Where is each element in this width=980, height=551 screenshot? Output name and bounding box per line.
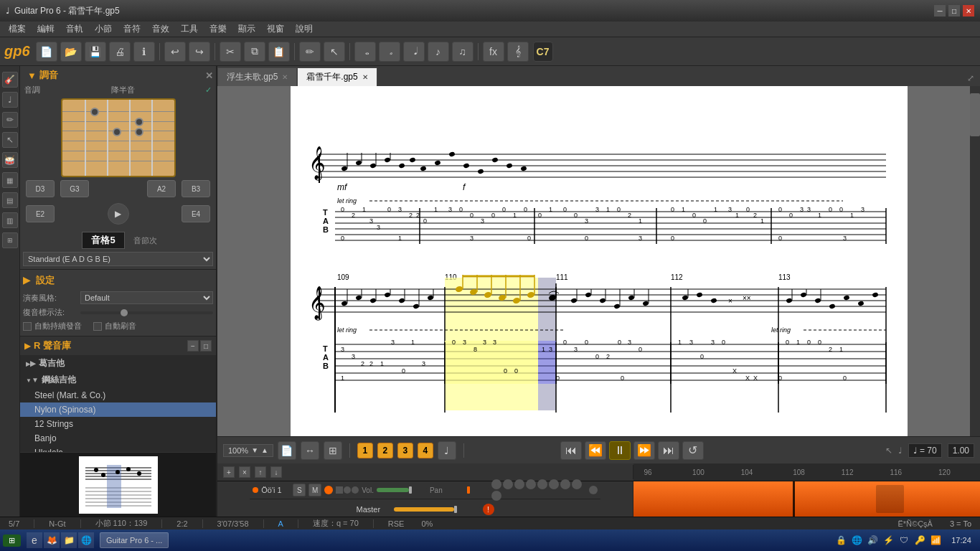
redo-button[interactable]: ↪ xyxy=(189,42,210,62)
track-vis-btn[interactable] xyxy=(324,486,333,494)
view-scroll-btn[interactable]: ↔ xyxy=(301,441,319,460)
taskbar-ie2-icon[interactable]: 🌐 xyxy=(78,532,94,548)
track-dot-2[interactable] xyxy=(344,486,351,494)
peg-a2[interactable]: A2 xyxy=(147,180,176,197)
tree-item-12str[interactable]: 12 Strings xyxy=(20,417,216,431)
note-btn-2[interactable]: 𝅗 xyxy=(379,42,400,62)
grid-icon-3[interactable]: ▥ xyxy=(2,212,18,228)
tuning-select[interactable]: Standard (E A D G B E) xyxy=(23,252,213,266)
peg-g3[interactable]: G3 xyxy=(60,180,89,197)
tray-icon-4[interactable]: ⚡ xyxy=(882,534,894,546)
move-up-btn[interactable]: ↑ xyxy=(255,466,266,478)
note-btn-4[interactable]: ♪ xyxy=(428,42,449,62)
print-button[interactable]: 🖨 xyxy=(109,42,131,62)
save-file-button[interactable]: 💾 xyxy=(85,42,106,62)
tuner-close-btn[interactable]: ✕ xyxy=(205,70,213,81)
paste-button[interactable]: 📋 xyxy=(268,42,290,62)
tray-icon-1[interactable]: 🔒 xyxy=(835,534,847,546)
playback-begin-btn[interactable]: ⏮ xyxy=(560,441,582,460)
tray-icon-5[interactable]: 🛡 xyxy=(898,534,910,546)
move-down-btn[interactable]: ↓ xyxy=(270,466,282,478)
tree-item-guitar2[interactable]: ▼ 鋼絲吉他 xyxy=(20,372,216,388)
menu-edit[interactable]: 編輯 xyxy=(32,22,60,37)
tray-icon-2[interactable]: 🌐 xyxy=(851,534,862,546)
tree-item-guitar1[interactable]: ▶ 葛吉他 xyxy=(20,355,216,372)
peg-b3[interactable]: B3 xyxy=(182,180,210,197)
drum-icon[interactable]: 🥁 xyxy=(2,152,18,168)
menu-measure[interactable]: 小節 xyxy=(89,22,118,37)
effect-dot-6[interactable] xyxy=(549,479,559,489)
info-button[interactable]: ℹ xyxy=(133,42,155,62)
taskbar-folder-icon[interactable]: 📁 xyxy=(61,532,77,548)
track-dot-1[interactable] xyxy=(336,486,343,494)
open-file-button[interactable]: 📂 xyxy=(60,42,82,62)
effect-dot-4[interactable] xyxy=(526,479,536,489)
tree-item-ukulele[interactable]: Ukulele xyxy=(20,446,216,452)
remove-track-btn[interactable]: × xyxy=(239,466,250,478)
add-track-btn[interactable]: + xyxy=(223,466,235,478)
copy-button[interactable]: ⧉ xyxy=(244,42,265,62)
zoom-up-button[interactable]: ▲ xyxy=(261,446,268,454)
note-btn-5[interactable]: ♫ xyxy=(452,42,473,62)
auto-mute-checkbox[interactable] xyxy=(93,322,102,331)
menu-music[interactable]: 音樂 xyxy=(204,22,232,37)
effect-dot-9[interactable] xyxy=(491,491,501,501)
select-button[interactable]: ↖ xyxy=(324,42,345,62)
count-4-btn[interactable]: 4 xyxy=(418,443,433,458)
track-S-btn[interactable]: S xyxy=(293,484,306,496)
master-exclaim[interactable]: ! xyxy=(483,504,494,515)
chord-btn[interactable]: 𝄞 xyxy=(507,42,529,62)
view-mode-btn[interactable]: ⊞ xyxy=(324,441,342,460)
count-1-btn[interactable]: 1 xyxy=(357,443,373,458)
track-content[interactable] xyxy=(633,481,980,517)
menu-help[interactable]: 說明 xyxy=(290,22,319,37)
note-btn-1[interactable]: 𝅝 xyxy=(354,42,376,62)
effect-dot-8[interactable] xyxy=(572,479,582,489)
tree-item-steel[interactable]: Steel (Mart. & Co.) xyxy=(20,388,216,402)
tuning-method-slider[interactable] xyxy=(80,311,213,314)
menu-window[interactable]: 視窗 xyxy=(261,22,290,37)
playback-rewind-btn[interactable]: ⏪ xyxy=(585,441,606,460)
guitar-icon[interactable]: 🎸 xyxy=(2,72,18,88)
effects-btn[interactable]: fx xyxy=(483,42,504,62)
playback-loop-btn[interactable]: ↺ xyxy=(682,441,704,460)
playback-pause-btn[interactable]: ⏸ xyxy=(609,441,631,460)
bank-collapse-btn[interactable]: − xyxy=(187,340,199,352)
play-style-select[interactable]: Default xyxy=(80,291,213,304)
pen-tool-icon[interactable]: ✏ xyxy=(2,112,18,128)
note-icon[interactable]: ♩ xyxy=(2,92,18,108)
tray-icon-3[interactable]: 🔊 xyxy=(867,534,878,546)
menu-file[interactable]: 檔案 xyxy=(3,22,32,37)
zoom-down-button[interactable]: ▼ xyxy=(251,446,258,454)
tab-close-1[interactable]: ✕ xyxy=(282,73,288,81)
extra-dot-1[interactable] xyxy=(589,486,598,494)
score-scroll[interactable]: 𝄞 mf f let ring xyxy=(217,86,980,436)
count-2-btn[interactable]: 2 xyxy=(377,443,393,458)
grid-icon-2[interactable]: ▤ xyxy=(2,192,18,208)
menu-effect[interactable]: 音效 xyxy=(146,22,175,37)
scrollbar-thumb[interactable] xyxy=(970,93,980,136)
tray-icon-7[interactable]: 📶 xyxy=(930,534,941,546)
vertical-scrollbar[interactable] xyxy=(970,86,980,436)
new-file-button[interactable]: 📄 xyxy=(36,42,57,62)
effect-dot-5[interactable] xyxy=(537,479,547,489)
chord-fret-icon[interactable]: ⊞ xyxy=(2,232,18,248)
peg-e4[interactable]: E4 xyxy=(182,205,210,222)
effect-dot-2[interactable] xyxy=(503,479,513,489)
tab-floating-song[interactable]: 浮生未歌.gp5 ✕ xyxy=(217,67,297,86)
cut-button[interactable]: ✂ xyxy=(220,42,241,62)
auto-mute-check[interactable]: 自動刷音 xyxy=(93,321,136,331)
peg-d3[interactable]: D3 xyxy=(26,180,55,197)
tab-close-2[interactable]: ✕ xyxy=(362,73,368,81)
menu-tools[interactable]: 工具 xyxy=(175,22,204,37)
peg-e2[interactable]: E2 xyxy=(26,205,55,222)
effect-dot-1[interactable] xyxy=(491,479,501,489)
cursor-icon[interactable]: ↖ xyxy=(2,132,18,148)
undo-button[interactable]: ↩ xyxy=(164,42,186,62)
maximize-button[interactable]: □ xyxy=(948,5,960,17)
playback-forward-btn[interactable]: ⏩ xyxy=(633,441,655,460)
metronome-btn[interactable]: ♩ xyxy=(438,441,456,460)
menu-note[interactable]: 音符 xyxy=(118,22,146,37)
taskbar-firefox-icon[interactable]: 🦊 xyxy=(44,532,60,548)
count-3-btn[interactable]: 3 xyxy=(397,443,413,458)
